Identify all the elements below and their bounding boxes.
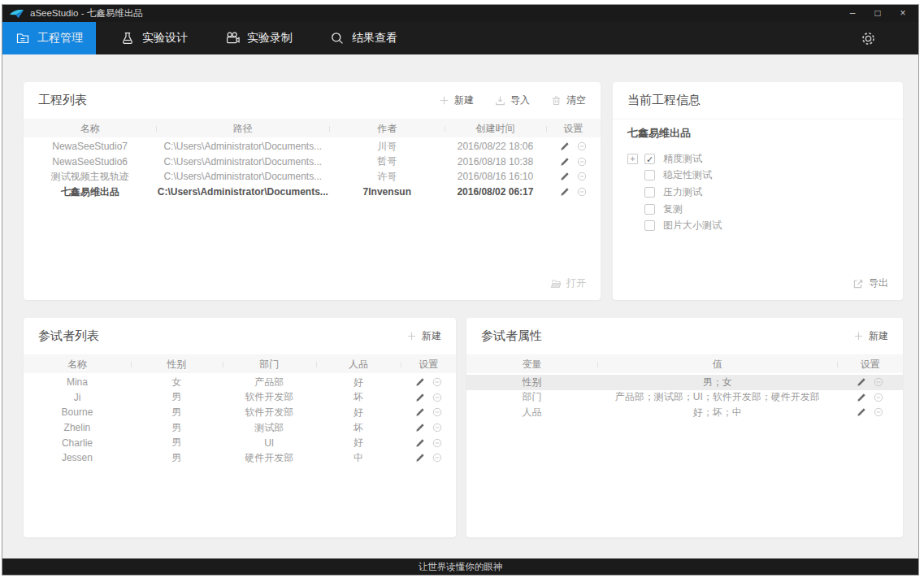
edit-icon[interactable] (415, 423, 425, 432)
edit-icon[interactable] (560, 187, 570, 197)
remove-icon[interactable] (577, 172, 587, 181)
panel-title: 参试者属性 (481, 328, 542, 344)
magnifier-icon (330, 31, 345, 46)
project-row-created: 2016/08/02 06:17 (445, 186, 545, 198)
remove-icon[interactable] (874, 377, 883, 387)
attribute-table-body: 性别男；女部门产品部；测试部；UI；软件开发部；硬件开发部人品好；坏；中 (466, 375, 903, 420)
tree-indent (627, 187, 638, 198)
tab-experiment-recording[interactable]: 实验录制 (212, 22, 306, 54)
column-header: 作者 (329, 122, 445, 136)
experiment-tree: +✓精度测试稳定性测试压力测试复测图片大小测试 (613, 150, 903, 234)
remove-icon[interactable] (432, 453, 442, 463)
clear-projects-button[interactable]: 清空 (551, 93, 586, 107)
participant-row[interactable]: Ji男软件开发部坏 (24, 390, 456, 406)
checkbox-unchecked[interactable] (644, 187, 655, 198)
remove-icon[interactable] (432, 377, 442, 387)
experiment-item[interactable]: 稳定性测试 (613, 167, 903, 185)
column-header: 设置 (546, 122, 601, 136)
participant-row[interactable]: Bourne男软件开发部好 (24, 405, 456, 420)
remove-icon[interactable] (432, 438, 442, 448)
remove-icon[interactable] (577, 141, 587, 151)
row-settings (837, 377, 903, 387)
edit-icon[interactable] (415, 407, 425, 417)
tab-project-management[interactable]: 工程管理 (2, 22, 96, 54)
project-row-name: 七鑫易维出品 (24, 185, 156, 199)
import-icon (495, 95, 505, 106)
new-attribute-button[interactable]: 新建 (853, 329, 888, 343)
edit-icon[interactable] (560, 172, 570, 181)
attribute-row[interactable]: 人品好；坏；中 (466, 405, 903, 420)
new-project-button[interactable]: 新建 (439, 93, 474, 107)
remove-icon[interactable] (432, 423, 442, 432)
participant-row-name: Ji (24, 392, 131, 403)
maximize-button[interactable]: □ (872, 5, 883, 22)
close-button[interactable]: × (897, 5, 909, 22)
experiment-item[interactable]: 复测 (613, 201, 903, 218)
current-project-panel: 当前工程信息 七鑫易维出品 +✓精度测试稳定性测试压力测试复测图片大小测试 导出 (613, 82, 903, 300)
window-title: aSeeStudio - 七鑫易维出品 (30, 7, 143, 20)
edit-icon[interactable] (415, 377, 425, 387)
remove-icon[interactable] (432, 393, 442, 402)
participant-row-dept: 软件开发部 (223, 390, 316, 404)
project-row[interactable]: 七鑫易维出品C:\Users\Administrator\Documents..… (24, 185, 601, 200)
participant-row-character: 好 (316, 406, 401, 419)
participant-row[interactable]: Jessen男硬件开发部中 (24, 450, 456, 466)
button-label: 导出 (869, 276, 888, 290)
participant-row-dept: 产品部 (223, 376, 316, 389)
plus-icon (853, 331, 864, 341)
plus-icon (439, 95, 449, 106)
edit-icon[interactable] (857, 393, 866, 402)
tab-experiment-design[interactable]: 实验设计 (107, 22, 201, 54)
edit-icon[interactable] (857, 407, 866, 417)
open-project-button[interactable]: 打开 (550, 276, 586, 290)
project-row-name: NewaSeeStudio6 (24, 156, 156, 167)
project-row[interactable]: NewaSeeStudio7C:\Users\Administrator\Doc… (24, 139, 601, 154)
minimize-button[interactable]: – (847, 5, 858, 22)
project-icon (15, 31, 30, 46)
checkbox-unchecked[interactable] (644, 220, 655, 231)
attribute-row[interactable]: 部门产品部；测试部；UI；软件开发部；硬件开发部 (466, 390, 903, 406)
checkbox-unchecked[interactable] (644, 204, 655, 215)
gear-icon[interactable] (861, 31, 876, 46)
checkbox-unchecked[interactable] (644, 170, 655, 180)
attribute-row[interactable]: 性别男；女 (466, 375, 903, 390)
participant-row[interactable]: Zhelin男测试部坏 (24, 420, 456, 436)
remove-icon[interactable] (432, 407, 442, 417)
import-project-button[interactable]: 导入 (495, 93, 530, 107)
project-row-path: C:\Users\Administrator\Documents... (156, 141, 329, 152)
edit-icon[interactable] (415, 393, 425, 402)
row-settings (837, 393, 903, 402)
export-button[interactable]: 导出 (852, 276, 888, 290)
edit-icon[interactable] (560, 157, 570, 167)
participant-row-character: 坏 (316, 421, 401, 435)
row-settings (401, 377, 456, 387)
participant-row-name: Mina (24, 376, 131, 388)
experiment-item[interactable]: 图片大小测试 (613, 217, 903, 234)
tab-result-view[interactable]: 结果查看 (317, 22, 410, 54)
project-row-created: 2016/08/18 10:38 (445, 156, 545, 167)
participant-row[interactable]: Mina女产品部好 (24, 375, 456, 390)
row-settings (546, 172, 601, 181)
edit-icon[interactable] (857, 377, 866, 387)
participant-row[interactable]: Charlie男UI好 (24, 435, 456, 450)
new-participant-button[interactable]: 新建 (406, 329, 441, 343)
edit-icon[interactable] (415, 453, 425, 463)
remove-icon[interactable] (874, 407, 883, 417)
expand-icon[interactable]: + (627, 154, 638, 164)
project-row[interactable]: NewaSeeStudio6C:\Users\Administrator\Doc… (24, 154, 601, 170)
action-label: 清空 (566, 93, 586, 107)
remove-icon[interactable] (874, 393, 883, 402)
remove-icon[interactable] (577, 187, 587, 197)
experiment-item[interactable]: 压力测试 (613, 184, 903, 201)
remove-icon[interactable] (577, 157, 587, 167)
experiment-item[interactable]: +✓精度测试 (613, 150, 903, 167)
checkbox-checked[interactable]: ✓ (644, 154, 655, 164)
project-row[interactable]: 测试视频主视轨迹C:\Users\Administrator\Documents… (24, 169, 601, 185)
app-logo-icon (9, 8, 24, 20)
plus-icon (406, 331, 417, 341)
edit-icon[interactable] (415, 438, 425, 448)
tab-label: 结果查看 (352, 31, 397, 46)
edit-icon[interactable] (560, 141, 570, 151)
experiment-label: 图片大小测试 (663, 219, 722, 233)
column-header: 变量 (466, 358, 597, 372)
